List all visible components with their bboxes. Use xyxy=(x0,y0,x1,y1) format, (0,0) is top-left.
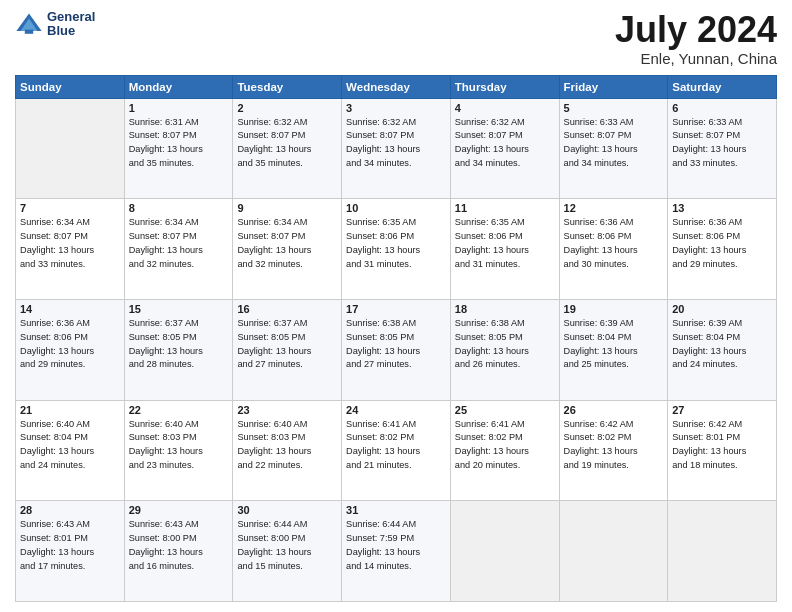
calendar: SundayMondayTuesdayWednesdayThursdayFrid… xyxy=(15,75,777,602)
day-number: 17 xyxy=(346,303,446,315)
day-number: 15 xyxy=(129,303,229,315)
calendar-cell: 20Sunrise: 6:39 AMSunset: 8:04 PMDayligh… xyxy=(668,299,777,400)
day-number: 5 xyxy=(564,102,664,114)
day-number: 8 xyxy=(129,202,229,214)
calendar-day-header: Tuesday xyxy=(233,75,342,98)
day-info: Sunrise: 6:35 AMSunset: 8:06 PMDaylight:… xyxy=(346,216,446,271)
calendar-cell: 19Sunrise: 6:39 AMSunset: 8:04 PMDayligh… xyxy=(559,299,668,400)
calendar-cell: 24Sunrise: 6:41 AMSunset: 8:02 PMDayligh… xyxy=(342,400,451,501)
day-info: Sunrise: 6:37 AMSunset: 8:05 PMDaylight:… xyxy=(129,317,229,372)
calendar-day-header: Wednesday xyxy=(342,75,451,98)
calendar-cell: 11Sunrise: 6:35 AMSunset: 8:06 PMDayligh… xyxy=(450,199,559,300)
day-info: Sunrise: 6:38 AMSunset: 8:05 PMDaylight:… xyxy=(346,317,446,372)
calendar-cell: 22Sunrise: 6:40 AMSunset: 8:03 PMDayligh… xyxy=(124,400,233,501)
calendar-cell: 1Sunrise: 6:31 AMSunset: 8:07 PMDaylight… xyxy=(124,98,233,199)
calendar-cell: 4Sunrise: 6:32 AMSunset: 8:07 PMDaylight… xyxy=(450,98,559,199)
page-header: General Blue July 2024 Enle, Yunnan, Chi… xyxy=(15,10,777,67)
day-number: 2 xyxy=(237,102,337,114)
calendar-cell: 28Sunrise: 6:43 AMSunset: 8:01 PMDayligh… xyxy=(16,501,125,602)
day-info: Sunrise: 6:40 AMSunset: 8:03 PMDaylight:… xyxy=(237,418,337,473)
day-number: 4 xyxy=(455,102,555,114)
day-number: 10 xyxy=(346,202,446,214)
day-number: 26 xyxy=(564,404,664,416)
calendar-cell: 16Sunrise: 6:37 AMSunset: 8:05 PMDayligh… xyxy=(233,299,342,400)
main-title: July 2024 xyxy=(615,10,777,50)
logo-text: General Blue xyxy=(47,10,95,39)
calendar-header-row: SundayMondayTuesdayWednesdayThursdayFrid… xyxy=(16,75,777,98)
calendar-cell: 30Sunrise: 6:44 AMSunset: 8:00 PMDayligh… xyxy=(233,501,342,602)
calendar-day-header: Friday xyxy=(559,75,668,98)
day-number: 27 xyxy=(672,404,772,416)
calendar-day-header: Thursday xyxy=(450,75,559,98)
day-info: Sunrise: 6:34 AMSunset: 8:07 PMDaylight:… xyxy=(20,216,120,271)
calendar-cell: 25Sunrise: 6:41 AMSunset: 8:02 PMDayligh… xyxy=(450,400,559,501)
day-number: 7 xyxy=(20,202,120,214)
day-info: Sunrise: 6:39 AMSunset: 8:04 PMDaylight:… xyxy=(672,317,772,372)
day-info: Sunrise: 6:44 AMSunset: 7:59 PMDaylight:… xyxy=(346,518,446,573)
calendar-cell: 31Sunrise: 6:44 AMSunset: 7:59 PMDayligh… xyxy=(342,501,451,602)
day-number: 16 xyxy=(237,303,337,315)
day-info: Sunrise: 6:41 AMSunset: 8:02 PMDaylight:… xyxy=(455,418,555,473)
title-block: July 2024 Enle, Yunnan, China xyxy=(615,10,777,67)
day-info: Sunrise: 6:43 AMSunset: 8:00 PMDaylight:… xyxy=(129,518,229,573)
calendar-cell: 10Sunrise: 6:35 AMSunset: 8:06 PMDayligh… xyxy=(342,199,451,300)
day-info: Sunrise: 6:33 AMSunset: 8:07 PMDaylight:… xyxy=(564,116,664,171)
day-info: Sunrise: 6:34 AMSunset: 8:07 PMDaylight:… xyxy=(129,216,229,271)
calendar-cell: 17Sunrise: 6:38 AMSunset: 8:05 PMDayligh… xyxy=(342,299,451,400)
calendar-cell: 23Sunrise: 6:40 AMSunset: 8:03 PMDayligh… xyxy=(233,400,342,501)
day-info: Sunrise: 6:35 AMSunset: 8:06 PMDaylight:… xyxy=(455,216,555,271)
logo: General Blue xyxy=(15,10,95,39)
day-info: Sunrise: 6:36 AMSunset: 8:06 PMDaylight:… xyxy=(564,216,664,271)
calendar-cell xyxy=(450,501,559,602)
calendar-day-header: Monday xyxy=(124,75,233,98)
day-number: 14 xyxy=(20,303,120,315)
day-number: 18 xyxy=(455,303,555,315)
calendar-week-row: 1Sunrise: 6:31 AMSunset: 8:07 PMDaylight… xyxy=(16,98,777,199)
logo-line2: Blue xyxy=(47,24,95,38)
day-number: 19 xyxy=(564,303,664,315)
day-info: Sunrise: 6:31 AMSunset: 8:07 PMDaylight:… xyxy=(129,116,229,171)
calendar-cell: 14Sunrise: 6:36 AMSunset: 8:06 PMDayligh… xyxy=(16,299,125,400)
day-info: Sunrise: 6:32 AMSunset: 8:07 PMDaylight:… xyxy=(237,116,337,171)
day-info: Sunrise: 6:43 AMSunset: 8:01 PMDaylight:… xyxy=(20,518,120,573)
subtitle: Enle, Yunnan, China xyxy=(615,50,777,67)
day-number: 28 xyxy=(20,504,120,516)
day-number: 20 xyxy=(672,303,772,315)
day-info: Sunrise: 6:37 AMSunset: 8:05 PMDaylight:… xyxy=(237,317,337,372)
day-number: 30 xyxy=(237,504,337,516)
calendar-cell xyxy=(559,501,668,602)
calendar-cell: 3Sunrise: 6:32 AMSunset: 8:07 PMDaylight… xyxy=(342,98,451,199)
day-number: 22 xyxy=(129,404,229,416)
calendar-cell: 6Sunrise: 6:33 AMSunset: 8:07 PMDaylight… xyxy=(668,98,777,199)
day-info: Sunrise: 6:41 AMSunset: 8:02 PMDaylight:… xyxy=(346,418,446,473)
day-info: Sunrise: 6:32 AMSunset: 8:07 PMDaylight:… xyxy=(455,116,555,171)
calendar-cell: 7Sunrise: 6:34 AMSunset: 8:07 PMDaylight… xyxy=(16,199,125,300)
day-number: 9 xyxy=(237,202,337,214)
svg-rect-2 xyxy=(25,30,33,34)
calendar-cell: 9Sunrise: 6:34 AMSunset: 8:07 PMDaylight… xyxy=(233,199,342,300)
day-number: 31 xyxy=(346,504,446,516)
day-number: 13 xyxy=(672,202,772,214)
calendar-cell: 5Sunrise: 6:33 AMSunset: 8:07 PMDaylight… xyxy=(559,98,668,199)
day-info: Sunrise: 6:34 AMSunset: 8:07 PMDaylight:… xyxy=(237,216,337,271)
logo-icon xyxy=(15,10,43,38)
calendar-cell: 8Sunrise: 6:34 AMSunset: 8:07 PMDaylight… xyxy=(124,199,233,300)
calendar-day-header: Saturday xyxy=(668,75,777,98)
calendar-week-row: 7Sunrise: 6:34 AMSunset: 8:07 PMDaylight… xyxy=(16,199,777,300)
day-number: 23 xyxy=(237,404,337,416)
calendar-cell: 21Sunrise: 6:40 AMSunset: 8:04 PMDayligh… xyxy=(16,400,125,501)
day-number: 6 xyxy=(672,102,772,114)
day-info: Sunrise: 6:40 AMSunset: 8:03 PMDaylight:… xyxy=(129,418,229,473)
day-number: 29 xyxy=(129,504,229,516)
calendar-cell: 26Sunrise: 6:42 AMSunset: 8:02 PMDayligh… xyxy=(559,400,668,501)
calendar-cell: 18Sunrise: 6:38 AMSunset: 8:05 PMDayligh… xyxy=(450,299,559,400)
calendar-week-row: 14Sunrise: 6:36 AMSunset: 8:06 PMDayligh… xyxy=(16,299,777,400)
calendar-cell: 13Sunrise: 6:36 AMSunset: 8:06 PMDayligh… xyxy=(668,199,777,300)
day-number: 12 xyxy=(564,202,664,214)
day-number: 1 xyxy=(129,102,229,114)
day-info: Sunrise: 6:42 AMSunset: 8:02 PMDaylight:… xyxy=(564,418,664,473)
logo-line1: General xyxy=(47,10,95,24)
day-number: 24 xyxy=(346,404,446,416)
day-info: Sunrise: 6:42 AMSunset: 8:01 PMDaylight:… xyxy=(672,418,772,473)
calendar-cell: 2Sunrise: 6:32 AMSunset: 8:07 PMDaylight… xyxy=(233,98,342,199)
